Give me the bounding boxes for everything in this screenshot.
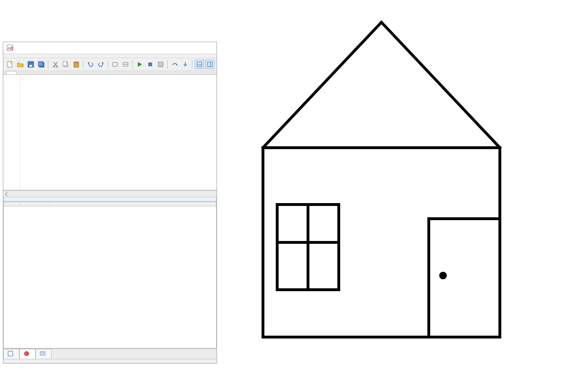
- menu-service[interactable]: [34, 54, 41, 58]
- house-drawing: [222, 0, 588, 374]
- stop-icon[interactable]: [145, 60, 155, 69]
- graphics-canvas: [222, 0, 588, 374]
- svg-rect-7: [38, 62, 43, 66]
- output-icon: [8, 351, 13, 357]
- panel-toggle-icon[interactable]: [205, 60, 215, 69]
- grid-col-icon[interactable]: [4, 202, 20, 206]
- toolbar-generic-icon[interactable]: [156, 60, 165, 69]
- errorlist-header: [3, 197, 217, 202]
- code-editor[interactable]: [3, 75, 217, 190]
- undo-icon[interactable]: [86, 60, 95, 69]
- toolbar-generic-icon[interactable]: [121, 60, 130, 69]
- toolbar-sep: [167, 60, 168, 69]
- error-grid[interactable]: [3, 202, 217, 348]
- statusbar: [3, 359, 217, 363]
- new-file-icon[interactable]: [5, 60, 15, 69]
- toolbar: [3, 58, 217, 71]
- tab-errorlist[interactable]: !: [19, 349, 36, 359]
- paste-icon[interactable]: [72, 60, 81, 69]
- redo-icon[interactable]: [96, 60, 106, 69]
- editor-hscrollbar[interactable]: [3, 190, 217, 197]
- ide-titlebar: AB: [3, 42, 217, 53]
- editor-tabbar: [3, 71, 217, 75]
- menu-modules[interactable]: [41, 54, 49, 58]
- menu-program[interactable]: [26, 54, 34, 58]
- save-icon[interactable]: [26, 60, 36, 69]
- menu-help[interactable]: [49, 54, 56, 58]
- toolbar-sep: [83, 60, 84, 69]
- bottom-tabbar: !: [3, 348, 217, 359]
- svg-point-36: [441, 273, 445, 278]
- svg-rect-17: [148, 62, 152, 66]
- save-all-icon[interactable]: [36, 60, 46, 69]
- toolbar-sep: [132, 60, 133, 69]
- svg-rect-18: [158, 62, 163, 67]
- svg-rect-5: [29, 65, 32, 67]
- svg-point-3: [10, 62, 12, 63]
- toolbar-sep: [192, 60, 193, 69]
- svg-rect-14: [113, 62, 118, 66]
- toolbar-sep: [48, 60, 49, 69]
- menu-edit[interactable]: [11, 54, 18, 58]
- svg-rect-11: [63, 62, 67, 66]
- cut-icon[interactable]: [51, 60, 60, 69]
- tab-compiler-messages[interactable]: [36, 349, 52, 359]
- toolbar-generic-icon[interactable]: [110, 60, 120, 69]
- menu-file[interactable]: [3, 54, 11, 58]
- ide-window[interactable]: AB: [3, 42, 217, 364]
- svg-rect-19: [197, 62, 202, 67]
- menu-view[interactable]: [18, 54, 26, 58]
- svg-rect-13: [75, 62, 78, 63]
- open-folder-icon[interactable]: [16, 60, 25, 69]
- grid-header: [4, 202, 216, 206]
- step-into-icon[interactable]: [181, 60, 190, 69]
- line-gutter: [3, 75, 20, 190]
- grid-body: [4, 206, 216, 282]
- svg-rect-33: [429, 219, 500, 337]
- svg-text:AB: AB: [8, 46, 13, 51]
- run-icon[interactable]: [135, 60, 145, 69]
- code-area[interactable]: [20, 75, 24, 190]
- step-over-icon[interactable]: [170, 60, 180, 69]
- svg-rect-23: [8, 351, 13, 356]
- menubar: [3, 53, 217, 58]
- tab-output[interactable]: [3, 349, 19, 359]
- svg-text:!: !: [26, 352, 27, 356]
- panel-toggle-icon[interactable]: [195, 60, 204, 69]
- toolbar-sep: [108, 60, 109, 69]
- grid-col-desc[interactable]: [50, 202, 216, 206]
- grid-col-line[interactable]: [20, 202, 50, 206]
- app-icon: AB: [6, 44, 14, 52]
- errorlist-icon: !: [24, 351, 29, 357]
- svg-rect-21: [208, 62, 212, 67]
- graph-window[interactable]: [222, 0, 588, 374]
- copy-icon[interactable]: [61, 60, 71, 69]
- editor-tab[interactable]: [6, 71, 17, 74]
- messages-icon: [40, 351, 45, 357]
